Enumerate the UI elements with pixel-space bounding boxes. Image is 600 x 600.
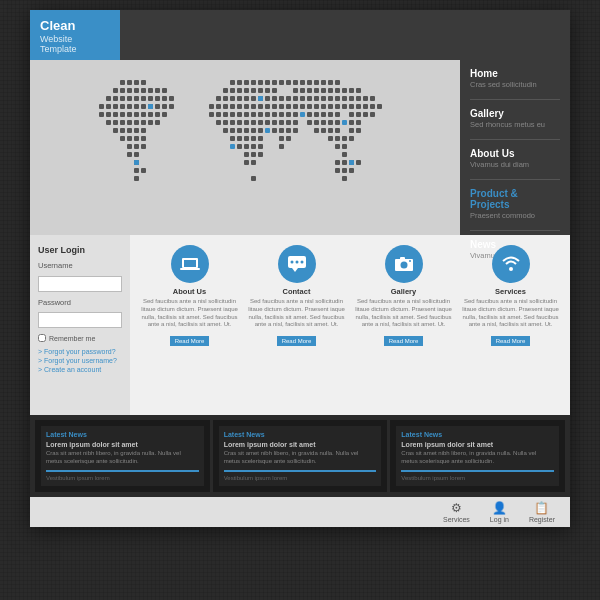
svg-rect-211: [286, 136, 291, 141]
svg-rect-5: [237, 80, 242, 85]
svg-rect-172: [293, 120, 298, 125]
svg-rect-74: [342, 96, 347, 101]
svg-rect-222: [258, 144, 263, 149]
svg-rect-159: [148, 120, 153, 125]
footer-login[interactable]: 👤 Log in: [490, 501, 509, 523]
nav-item-about[interactable]: About Us Vivamus dui diam: [470, 148, 560, 169]
news-section: Latest News Lorem ipsum dolor sit amet C…: [30, 415, 570, 497]
news-3-label: Latest News: [401, 431, 554, 438]
svg-rect-125: [127, 112, 132, 117]
svg-rect-203: [134, 136, 139, 141]
svg-rect-66: [286, 96, 291, 101]
svg-rect-216: [127, 144, 132, 149]
forgot-username-link[interactable]: > Forgot your username?: [38, 357, 122, 364]
svg-rect-89: [169, 104, 174, 109]
svg-rect-190: [258, 128, 263, 133]
news-card-2-inner: Latest News Lorem ipsum dolor sit amet C…: [219, 426, 382, 486]
svg-rect-152: [370, 112, 375, 117]
svg-rect-14: [300, 80, 305, 85]
svg-rect-10: [272, 80, 277, 85]
svg-rect-48: [120, 96, 125, 101]
news-3-title: Lorem ipsum dolor sit amet: [401, 441, 554, 448]
svg-rect-104: [307, 104, 312, 109]
svg-rect-113: [370, 104, 375, 109]
about-read-more[interactable]: Read More: [170, 336, 210, 346]
svg-rect-206: [237, 136, 242, 141]
svg-rect-247: [134, 160, 139, 165]
svg-rect-184: [141, 128, 146, 133]
svg-rect-120: [230, 144, 235, 149]
svg-rect-180: [113, 128, 118, 133]
services-feature-name: Services: [461, 287, 560, 296]
footer-services[interactable]: ⚙ Services: [443, 501, 470, 523]
password-input[interactable]: [38, 312, 122, 328]
services-read-more[interactable]: Read More: [491, 336, 531, 346]
svg-rect-212: [328, 136, 333, 141]
create-account-link[interactable]: > Create an account: [38, 366, 122, 373]
svg-marker-253: [292, 268, 298, 272]
nav-item-gallery[interactable]: Gallery Sed rhoncus metus eu: [470, 108, 560, 129]
svg-point-256: [300, 261, 303, 264]
svg-rect-56: [216, 96, 221, 101]
svg-rect-94: [237, 104, 242, 109]
svg-rect-55: [169, 96, 174, 101]
svg-rect-140: [272, 112, 277, 117]
svg-rect-214: [342, 136, 347, 141]
svg-rect-243: [134, 168, 139, 173]
header-brand: Clean Website Template: [30, 10, 120, 60]
svg-rect-53: [155, 96, 160, 101]
news-3-body: Cras sit amet nibh libero, in gravida nu…: [401, 450, 554, 466]
svg-rect-153: [106, 120, 111, 125]
svg-rect-228: [244, 152, 249, 157]
svg-rect-192: [279, 128, 284, 133]
svg-rect-227: [134, 152, 139, 157]
svg-rect-123: [113, 112, 118, 117]
contact-read-more[interactable]: Read More: [277, 336, 317, 346]
svg-rect-251: [180, 268, 200, 270]
svg-rect-80: [106, 104, 111, 109]
svg-rect-100: [279, 104, 284, 109]
svg-rect-103: [300, 104, 305, 109]
svg-rect-69: [307, 96, 312, 101]
svg-rect-224: [335, 144, 340, 149]
svg-rect-209: [258, 136, 263, 141]
remember-me-checkbox[interactable]: [38, 334, 46, 342]
nav-item-home[interactable]: Home Cras sed sollicitudin: [470, 68, 560, 89]
gallery-read-more[interactable]: Read More: [384, 336, 424, 346]
forgot-password-link[interactable]: > Forgot your password?: [38, 348, 122, 355]
nav-item-products[interactable]: Product & Projects Praesent commodo: [470, 188, 560, 220]
svg-rect-83: [127, 104, 132, 109]
news-2-bar: [224, 470, 377, 472]
svg-rect-76: [356, 96, 361, 101]
svg-rect-25: [148, 88, 153, 93]
svg-rect-146: [321, 112, 326, 117]
nav-divider-3: [470, 179, 560, 180]
svg-rect-24: [141, 88, 146, 93]
svg-rect-59: [237, 96, 242, 101]
svg-rect-85: [141, 104, 146, 109]
feature-contact: Contact Sed faucibus ante a nisl sollici…: [247, 245, 346, 347]
news-3-footer: Vestibulum ipsum lorem: [401, 475, 554, 481]
world-map-svg: [40, 70, 450, 225]
svg-rect-217: [134, 144, 139, 149]
nav-home-title: Home: [470, 68, 560, 79]
svg-rect-51: [141, 96, 146, 101]
svg-rect-195: [314, 128, 319, 133]
svg-rect-225: [342, 144, 347, 149]
footer-register[interactable]: 📋 Register: [529, 501, 555, 523]
username-input[interactable]: [38, 276, 122, 292]
news-card-3: Latest News Lorem ipsum dolor sit amet C…: [390, 420, 565, 492]
svg-rect-95: [244, 104, 249, 109]
svg-rect-118: [342, 120, 347, 125]
svg-rect-241: [349, 168, 354, 173]
svg-rect-167: [258, 120, 263, 125]
nav-divider-4: [470, 230, 560, 231]
svg-rect-198: [335, 128, 340, 133]
svg-rect-58: [230, 96, 235, 101]
about-icon-circle: [171, 245, 209, 283]
svg-rect-171: [286, 120, 291, 125]
svg-point-258: [400, 262, 407, 269]
news-1-label: Latest News: [46, 431, 199, 438]
svg-rect-189: [251, 128, 256, 133]
svg-rect-245: [134, 176, 139, 181]
